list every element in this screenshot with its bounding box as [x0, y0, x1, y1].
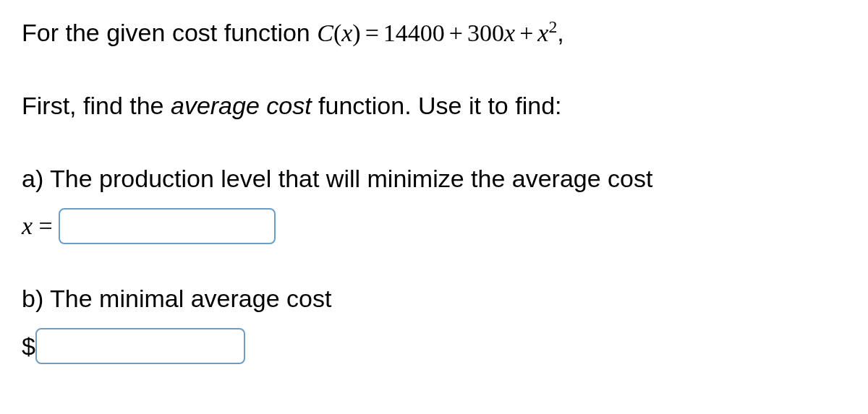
- intro-prefix: For the given cost function: [22, 19, 317, 46]
- plus-op-2: +: [515, 20, 537, 46]
- part-b-label: b) The minimal average cost: [22, 280, 846, 317]
- instruction-text: First, find the average cost function. U…: [22, 87, 846, 124]
- problem-intro: For the given cost function C(x)=14400+3…: [22, 14, 846, 51]
- plus-op-1: +: [445, 20, 467, 46]
- part-a-input[interactable]: [59, 208, 276, 244]
- equals-sign: =: [361, 20, 383, 46]
- part-a-var-label: x =: [22, 212, 53, 240]
- instruction-italic: average cost: [171, 92, 312, 119]
- part-b-answer-row: $: [22, 328, 846, 364]
- variable-x: x: [341, 20, 352, 46]
- dollar-sign: $: [22, 332, 35, 361]
- cost-function-expression: C(x)=14400+300x+x2: [317, 20, 557, 46]
- part-a-label: a) The production level that will minimi…: [22, 160, 846, 197]
- label-x: x: [22, 212, 33, 239]
- function-name: C: [317, 20, 333, 46]
- exponent-2: 2: [548, 17, 557, 36]
- part-b-input[interactable]: [35, 328, 245, 364]
- instruction-part2: function. Use it to find:: [312, 92, 562, 119]
- part-a-answer-row: x =: [22, 208, 846, 244]
- variable-x-linear: x: [504, 20, 515, 46]
- instruction-part1: First, find the: [22, 92, 171, 119]
- open-paren: (: [333, 20, 341, 46]
- constant-term: 14400: [383, 20, 445, 46]
- intro-suffix: ,: [557, 19, 563, 46]
- coefficient-1: 300: [467, 20, 504, 46]
- close-paren: ): [352, 20, 360, 46]
- variable-x-squared: x: [537, 20, 548, 46]
- label-eq: =: [33, 212, 53, 239]
